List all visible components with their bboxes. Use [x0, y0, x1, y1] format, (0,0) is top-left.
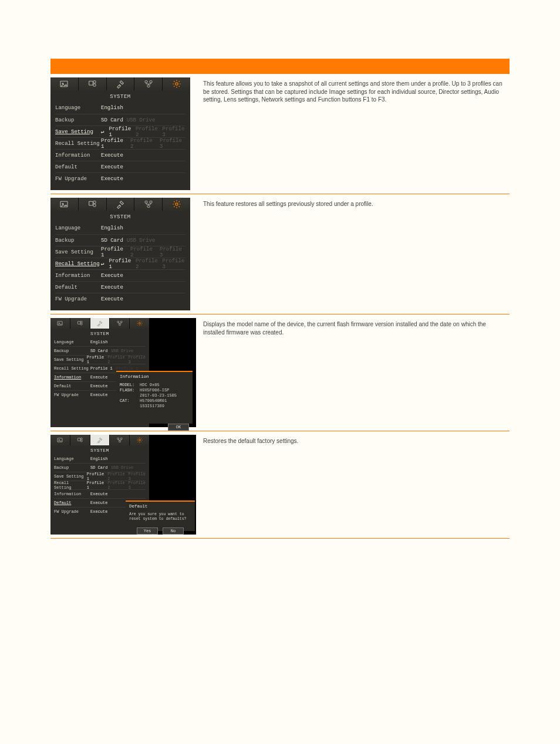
- menu-row-save[interactable]: Save Setting ↵ Profile 1 Profile 2 Profi…: [55, 126, 185, 137]
- enter-arrow-icon: ↵: [101, 261, 104, 267]
- menu-row-language[interactable]: LanguageEnglish: [54, 337, 146, 346]
- popup-title: Default: [129, 504, 191, 509]
- tab-image-icon[interactable]: [50, 77, 79, 90]
- tab-network-icon[interactable]: [134, 77, 163, 90]
- row-divider: [50, 431, 510, 431]
- yes-button[interactable]: Yes: [137, 527, 158, 535]
- ok-button[interactable]: OK: [168, 424, 189, 431]
- tab-network-icon[interactable]: [134, 198, 163, 211]
- menu-row-information[interactable]: Information Execute: [55, 269, 185, 281]
- tab-network-icon[interactable]: [110, 318, 130, 329]
- menu-label: Save Setting: [55, 129, 101, 135]
- popup-information: Information MODEL:HDC 9x05 FLASH:H9X5F00…: [116, 371, 193, 424]
- menu-row-default[interactable]: Default Execute: [55, 281, 185, 293]
- row-divider: [50, 194, 510, 194]
- section-divider: [50, 59, 510, 74]
- row-divider: [50, 538, 510, 539]
- menu-row-recall[interactable]: Recall Setting ↵ Profile 1 Profile 2 Pro…: [55, 258, 185, 269]
- osd-screenshot-save: SYSTEM Language English Backup SD Card U…: [50, 77, 190, 190]
- osd-screenshot-recall: SYSTEM Language English Backup SD Card U…: [50, 198, 190, 310]
- menu-label: Information: [55, 153, 101, 158]
- menu-row-save[interactable]: Save SettingProfile 1Profile 2Profile 3: [54, 472, 146, 481]
- menu-row-backup[interactable]: BackupSD CardUSB Drive: [54, 346, 146, 355]
- tab-director-icon[interactable]: [70, 318, 90, 329]
- tab-director-icon[interactable]: [79, 198, 107, 211]
- desc-default: Restores the default factory settings.: [196, 435, 510, 445]
- osd-screenshot-info: SYSTEM LanguageEnglish BackupSD CardUSB …: [50, 318, 149, 427]
- menu-row-recall[interactable]: Recall Setting Profile 1 Profile 2 Profi…: [55, 137, 185, 149]
- tab-system-icon[interactable]: [130, 318, 149, 329]
- desc-info: Displays the model name of the device, t…: [196, 318, 510, 336]
- menu-row-default[interactable]: Default Execute: [55, 161, 185, 173]
- desc-save: This feature allows you to take a snapsh…: [196, 77, 510, 104]
- menu-label: Language: [55, 105, 101, 111]
- desc-recall: This feature restores all settings previ…: [196, 198, 510, 208]
- menu-label: Recall Setting: [55, 141, 101, 147]
- enter-arrow-icon: ↵: [101, 128, 104, 135]
- tab-network-icon[interactable]: [110, 435, 130, 445]
- menu-row-information[interactable]: Information Execute: [55, 149, 185, 161]
- menu-row-backup[interactable]: Backup SD Card USB Drive: [55, 114, 185, 126]
- tab-image-icon[interactable]: [50, 435, 70, 445]
- tab-system-icon[interactable]: [163, 198, 190, 211]
- tab-tools-icon[interactable]: [107, 198, 135, 211]
- tab-system-icon[interactable]: [163, 77, 190, 90]
- tab-image-icon[interactable]: [50, 198, 79, 211]
- tab-system-icon[interactable]: [130, 435, 149, 445]
- menu-row-information[interactable]: InformationExecute: [54, 489, 146, 498]
- menu-label: Backup: [55, 117, 101, 123]
- osd-title: SYSTEM: [50, 90, 190, 102]
- menu-row-fw[interactable]: FW Upgrade Execute: [55, 173, 185, 184]
- tab-director-icon[interactable]: [70, 435, 90, 445]
- menu-row-save[interactable]: Save Setting Profile 1 Profile 2 Profile…: [55, 246, 185, 258]
- tab-director-icon[interactable]: [79, 77, 107, 90]
- tab-tools-icon[interactable]: [90, 435, 110, 445]
- menu-row-language[interactable]: Language English: [55, 102, 185, 114]
- popup-message: Are you sure you want to reset system to…: [129, 512, 191, 522]
- menu-row-fw[interactable]: FW Upgrade Execute: [55, 293, 185, 305]
- osd-title: SYSTEM: [50, 211, 190, 222]
- menu-row-recall[interactable]: Recall SettingProfile 1Profile 2Profile …: [54, 481, 146, 489]
- menu-row-language[interactable]: Language English: [55, 222, 185, 234]
- tab-image-icon[interactable]: [50, 318, 70, 329]
- popup-default: Default Are you sure you want to reset s…: [126, 500, 195, 531]
- menu-row-save[interactable]: Save SettingProfile 1Profile 2Profile 3: [54, 355, 146, 364]
- menu-row-language[interactable]: LanguageEnglish: [54, 454, 146, 463]
- menu-row-backup[interactable]: BackupSD CardUSB Drive: [54, 463, 146, 472]
- menu-label: Default: [55, 164, 101, 170]
- row-divider: [50, 314, 510, 314]
- no-button[interactable]: No: [163, 527, 184, 535]
- popup-title: Information: [120, 374, 189, 379]
- osd-screenshot-default: SYSTEM LanguageEnglish BackupSD CardUSB …: [50, 435, 149, 535]
- tab-tools-icon[interactable]: [107, 77, 135, 90]
- menu-row-backup[interactable]: Backup SD Card USB Drive: [55, 234, 185, 246]
- menu-label: FW Upgrade: [55, 176, 101, 182]
- tab-tools-icon[interactable]: [90, 318, 110, 329]
